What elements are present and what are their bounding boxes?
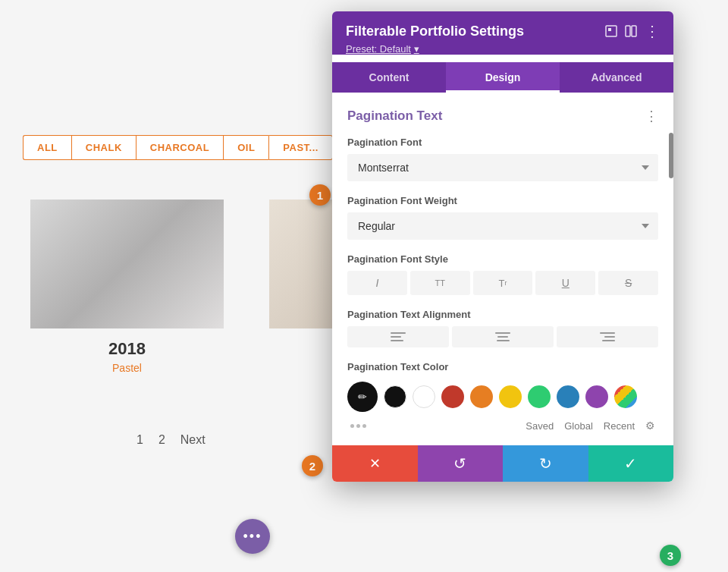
filter-chalk[interactable]: CHALK [71,135,136,160]
field-label-weight: Pagination Font Weight [347,195,658,206]
align-right-icon [600,332,615,341]
pencil-icon: ✏ [358,391,367,403]
color-recent-label[interactable]: Recent [604,420,635,432]
svg-rect-1 [608,28,611,31]
color-swatch-red[interactable] [441,385,464,408]
portfolio-item-1: 2018 Pastel [30,200,224,374]
style-buttons: I TT Tr U S [347,271,658,295]
portfolio-image-2[interactable] [269,200,341,328]
portfolio-item-2 [269,200,341,328]
align-center-icon [495,332,510,341]
style-tt-btn[interactable]: TT [410,271,470,295]
color-edit-button[interactable]: ✏ [347,382,378,412]
dot [362,424,366,428]
filter-charcoal[interactable]: CHARCOAL [136,135,223,160]
align-right-btn[interactable] [557,326,658,347]
tab-advanced[interactable]: Advanced [560,62,673,93]
section-title: Pagination Text [347,108,442,124]
panel-header: Filterable Portfolio Settings ⋮ [332,11,673,55]
align-line [497,340,510,341]
badge-1: 1 [309,184,331,206]
redo-button[interactable]: ↻ [503,445,588,482]
align-line [604,336,615,338]
color-swatch-purple[interactable] [585,385,608,408]
align-left-btn[interactable] [347,326,449,347]
filter-all[interactable]: ALL [23,135,71,160]
portfolio-image-bg [30,200,224,328]
filter-bar: ALL CHALK CHARCOAL OIL PAST... [23,135,333,160]
page-1[interactable]: 1 [136,433,143,447]
align-buttons [347,326,658,347]
color-swatch-green[interactable] [528,385,551,408]
field-pagination-align: Pagination Text Alignment [347,309,658,347]
fab-dots-icon: ••• [243,529,262,545]
pagination-next[interactable]: Next [180,433,206,447]
font-select[interactable]: Montserrat Arial Georgia [347,154,658,181]
section-more-icon[interactable]: ⋮ [645,108,658,124]
align-left-icon [391,332,406,341]
color-actions: Saved Global Recent ⚙ [347,420,658,432]
align-line [391,340,403,341]
scroll-indicator [669,133,673,178]
panel-header-icons: ⋮ [605,22,660,40]
fab-button[interactable]: ••• [235,519,270,554]
filter-oil[interactable]: OIL [223,135,268,160]
gear-icon[interactable]: ⚙ [645,420,655,432]
expand-icon[interactable] [605,25,617,37]
filter-pastel[interactable]: PAST... [268,135,333,160]
undo-icon: ↺ [453,454,466,473]
align-center-btn[interactable] [452,326,554,347]
badge-2: 2 [302,455,323,476]
color-swatch-orange[interactable] [470,385,493,408]
style-underline-btn[interactable]: U [535,271,595,295]
tab-design[interactable]: Design [446,62,560,93]
color-swatch-yellow[interactable] [499,385,522,408]
tab-content[interactable]: Content [332,62,446,93]
align-line [602,340,615,341]
more-options-icon[interactable]: ⋮ [645,22,660,40]
field-label-color: Pagination Text Color [347,361,658,372]
field-pagination-font: Pagination Font Montserrat Arial Georgia [347,137,658,181]
align-line [600,332,615,334]
align-line [495,332,510,334]
check-icon: ✓ [624,454,637,473]
style-italic-btn[interactable]: I [347,271,407,295]
panel-tabs: Content Design Advanced [332,62,673,93]
panel-body: Pagination Text ⋮ Pagination Font Montse… [332,93,673,432]
align-line [497,336,508,338]
field-pagination-style: Pagination Font Style I TT Tr U S [347,253,658,295]
field-label-font: Pagination Font [347,137,658,148]
color-row: ✏ [347,382,658,412]
page-2[interactable]: 2 [158,433,165,447]
color-global-label[interactable]: Global [564,420,593,432]
color-swatch-blue[interactable] [557,385,579,408]
panel-body-scroll: Pagination Text ⋮ Pagination Font Montse… [332,93,673,445]
section-header: Pagination Text ⋮ [347,108,658,124]
panel-preset[interactable]: Preset: Default ▾ [346,43,660,55]
portfolio-category: Pastel [30,362,224,374]
portfolio-image-1[interactable] [30,200,224,328]
style-strikethrough-btn[interactable]: S [598,271,658,295]
badge-3: 3 [660,545,681,566]
cancel-button[interactable]: ✕ [332,445,418,482]
color-swatch-multicolor[interactable] [614,385,637,408]
color-swatch-black[interactable] [384,385,406,408]
field-label-style: Pagination Font Style [347,253,658,265]
save-button[interactable]: ✓ [588,445,674,482]
pagination: 1 2 Next [136,433,206,447]
field-pagination-color: Pagination Text Color ✏ [347,361,658,432]
color-saved-label[interactable]: Saved [526,420,554,432]
redo-icon: ↻ [539,454,552,473]
columns-icon[interactable] [625,25,637,37]
dot [356,424,360,428]
cancel-icon: ✕ [369,455,381,472]
panel-header-top: Filterable Portfolio Settings ⋮ [346,22,660,40]
svg-rect-3 [632,26,636,36]
weight-select[interactable]: Regular Bold Light [347,212,658,240]
align-line [391,332,406,334]
field-label-align: Pagination Text Alignment [347,309,658,320]
align-line [391,336,401,338]
style-tr-btn[interactable]: Tr [473,271,533,295]
undo-button[interactable]: ↺ [418,445,504,482]
color-swatch-white[interactable] [413,385,435,408]
